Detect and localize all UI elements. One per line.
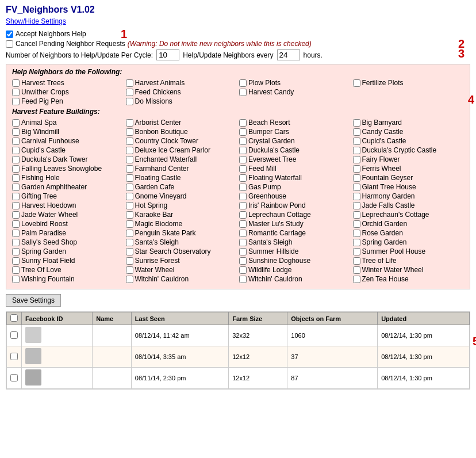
feed-chickens-checkbox[interactable] [126, 89, 133, 96]
harvest-sunrise-forest: Sunrise Forest [126, 257, 237, 265]
show-hide-link[interactable]: Show/Hide Settings [6, 17, 470, 25]
harvest-hot-spring: Hot Spring [126, 201, 237, 209]
harvest-sunny-float-field: Sunny Float Field [12, 257, 124, 265]
harvest-fairy-flower: Fairy Flower [353, 155, 465, 163]
harvest-falling-leaves: Falling Leaves Snowglobe [12, 165, 124, 173]
harvest-animal-spa: Animal Spa [12, 119, 124, 127]
help-item-do-missions: Do Missions [126, 97, 237, 105]
harvest-gifting-tree: Gifting Tree [12, 192, 124, 200]
harvest-tree-of-life: Tree of Life [353, 257, 465, 265]
harvest-wishing-fountain: Wishing Fountain [12, 275, 124, 283]
harvest-ferris-wheel: Ferris Wheel [353, 165, 465, 173]
harvest-beach-resort: Beach Resort [239, 119, 351, 127]
harvest-greenhouse: Greenhouse [239, 192, 351, 200]
harvest-lovebird-roost: Lovebird Roost [12, 220, 124, 228]
do-missions-checkbox[interactable] [126, 98, 133, 105]
row-1-checkbox[interactable] [10, 331, 18, 339]
unwither-crops-checkbox[interactable] [12, 89, 20, 96]
row-2-farm-size: 12x12 [229, 346, 287, 368]
row-3-last-seen: 08/11/14, 2:30 pm [131, 368, 228, 389]
harvest-wildlife-lodge: Wildlife Lodge [239, 266, 351, 274]
harvest-candy-checkbox[interactable] [239, 89, 247, 96]
harvest-country-clock-tower: Country Clock Tower [126, 137, 237, 145]
table-section: 5 Facebook ID Name Last Seen Farm Size O… [6, 311, 470, 390]
num-neighbors-input[interactable] [156, 49, 179, 60]
row-3-fb-id [22, 368, 93, 389]
help-items-grid: Harvest Trees Harvest Animals Plow Plots… [12, 79, 464, 105]
harvest-items-grid: Animal Spa Arborist Center Beach Resort … [12, 119, 464, 283]
harvest-cupids-castle-1: Cupid's Castle [353, 137, 465, 145]
harvest-animals-checkbox[interactable] [126, 79, 133, 87]
harvest-jade-water-wheel: Jade Water Wheel [12, 211, 124, 219]
help-item-feed-chickens: Feed Chickens [126, 88, 237, 96]
harvest-giant-tree-house: Giant Tree House [353, 183, 465, 191]
harvest-rose-garden: Rose Garden [353, 229, 465, 237]
harvest-big-windmill: Big Windmill [12, 128, 124, 136]
harvest-water-wheel: Water Wheel [126, 266, 237, 274]
harvest-tree-of-love: Tree Of Love [12, 266, 124, 274]
harvest-eversweet-tree: Eversweet Tree [239, 155, 351, 163]
harvest-trees-checkbox[interactable] [12, 79, 20, 87]
help-section: 4 Help Neighbors do the Following: Harve… [6, 64, 470, 289]
harvest-orchid-garden: Orchid Garden [353, 220, 465, 228]
harvest-bumper-cars: Bumper Cars [239, 128, 351, 136]
harvest-duckulas-castle: Duckula's Castle [239, 146, 351, 154]
update-every-label: Help/Update Neighbors every [183, 51, 273, 59]
badge-3: 3 [458, 47, 465, 60]
row-2-checkbox[interactable] [10, 353, 18, 360]
feed-pig-pen-checkbox[interactable] [12, 98, 20, 105]
col-farm-size: Farm Size [229, 312, 287, 325]
row-1-avatar [25, 327, 41, 343]
harvest-crystal-garden: Crystal Garden [239, 137, 351, 145]
plow-plots-checkbox[interactable] [239, 79, 247, 87]
badge-1: 1 [121, 28, 127, 41]
row-3-farm-size: 12x12 [229, 368, 287, 389]
cancel-pending-row: Cancel Pending Neighbor Requests (Warnin… [6, 40, 470, 48]
row-2-updated: 08/12/14, 1:30 pm [378, 346, 470, 368]
help-item-plow-plots: Plow Plots [239, 79, 351, 87]
harvest-candy-castle: Candy Castle [353, 128, 465, 136]
neighbors-table: Facebook ID Name Last Seen Farm Size Obj… [6, 312, 470, 389]
harvest-penguin-skate-park: Penguin Skate Park [126, 229, 237, 237]
harvest-zen-tea-house: Zen Tea House [353, 275, 465, 283]
row-2-fb-id [22, 346, 93, 368]
col-last-seen: Last Seen [131, 312, 228, 325]
harvest-spring-garden-1: Spring Garden [353, 238, 465, 246]
update-every-input[interactable] [277, 49, 300, 60]
harvest-cupids-castle-2: Cupid's Castle [12, 146, 124, 154]
row-1-updated: 08/12/14, 1:30 pm [378, 325, 470, 346]
table-row: 08/10/14, 3:35 am 12x12 37 08/12/14, 1:3… [7, 346, 470, 368]
harvest-garden-amphitheater: Garden Amphitheater [12, 183, 124, 191]
row-1-last-seen: 08/12/14, 11:42 am [131, 325, 228, 346]
harvest-garden-cafe: Garden Cafe [126, 183, 237, 191]
accept-neighbors-checkbox[interactable] [6, 30, 13, 38]
help-item-feed-pig-pen: Feed Pig Pen [12, 97, 124, 105]
select-all-checkbox[interactable] [10, 314, 18, 322]
help-item-harvest-trees: Harvest Trees [12, 79, 124, 87]
num-neighbors-label: Number of Neighbors to Help/Update Per C… [6, 51, 153, 59]
col-name: Name [93, 312, 132, 325]
harvest-winter-water-wheel: Winter Water Wheel [353, 266, 465, 274]
save-settings-button[interactable]: Save Settings [6, 294, 61, 307]
cancel-pending-checkbox[interactable] [6, 40, 13, 48]
harvest-summer-hillside: Summer Hillside [239, 247, 351, 255]
harvest-fishing-hole: Fishing Hole [12, 174, 124, 182]
harvest-duckulas-cryptic: Duckula's Cryptic Castle [353, 146, 465, 154]
harvest-santas-sleigh-1: Santa's Sleigh [126, 238, 237, 246]
harvest-magic-biodome: Magic Biodome [126, 220, 237, 228]
table-row: 08/12/14, 11:42 am 32x32 1060 08/12/14, … [7, 325, 470, 346]
row-2-name [93, 346, 132, 368]
col-updated: Updated [378, 312, 470, 325]
accept-neighbors-row: Accept Neighbors Help [6, 30, 470, 38]
harvest-carnival-funhouse: Carnival Funhouse [12, 137, 124, 145]
row-1-objects: 1060 [287, 325, 378, 346]
hours-label: hours. [304, 51, 323, 59]
row-3-checkbox[interactable] [10, 374, 18, 381]
row-1-name [93, 325, 132, 346]
accept-neighbors-label: Accept Neighbors Help [16, 30, 86, 38]
harvest-santas-sleigh-2: Santa's Sleigh [239, 238, 351, 246]
row-3-name [93, 368, 132, 389]
harvest-spring-garden-2: Spring Garden [12, 247, 124, 255]
fertilize-plots-checkbox[interactable] [353, 79, 360, 87]
harvest-sunshine-doghouse: Sunshine Doghouse [239, 257, 351, 265]
